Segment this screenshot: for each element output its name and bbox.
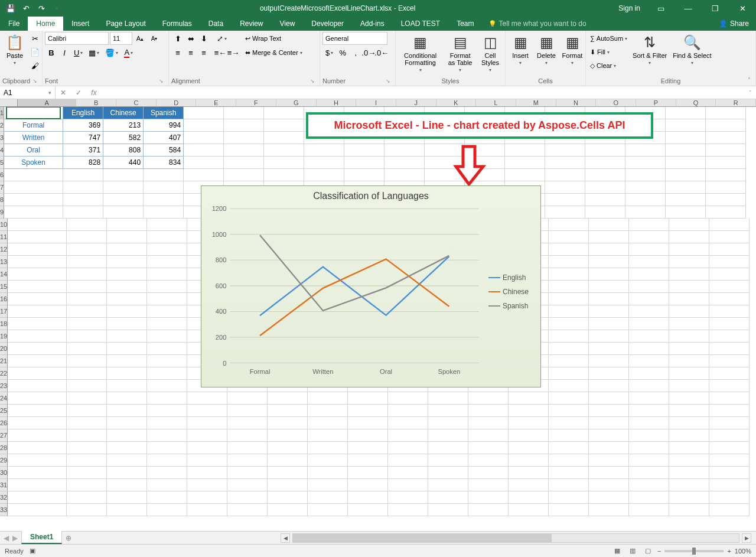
cell-N29[interactable]	[549, 454, 589, 467]
cell-L12[interactable]	[468, 243, 509, 256]
cell-R20[interactable]	[709, 343, 750, 355]
cell-R28[interactable]	[709, 442, 750, 454]
cell-N28[interactable]	[549, 442, 589, 454]
cell-G16[interactable]	[268, 293, 308, 305]
cell-D6[interactable]	[144, 169, 184, 181]
cell-J20[interactable]	[388, 343, 428, 355]
row-header-25[interactable]: 25	[0, 405, 8, 417]
cell-J31[interactable]	[388, 479, 428, 491]
cell-R17[interactable]	[709, 305, 750, 318]
cell-O5[interactable]	[585, 157, 625, 169]
cell-I2[interactable]	[344, 119, 384, 132]
cell-G15[interactable]	[268, 281, 308, 293]
cell-R4[interactable]	[706, 144, 746, 157]
cell-N15[interactable]	[549, 281, 589, 293]
tab-scroll-right[interactable]: ▶	[12, 534, 18, 542]
cell-N18[interactable]	[549, 318, 589, 330]
cell-D2[interactable]: 994	[144, 119, 184, 132]
cell-F4[interactable]	[224, 144, 264, 157]
cell-L19[interactable]	[468, 330, 509, 343]
cell-P23[interactable]	[629, 380, 669, 392]
cell-L24[interactable]	[468, 392, 509, 405]
cell-P32[interactable]	[629, 491, 669, 504]
cell-P14[interactable]	[629, 268, 669, 281]
cell-O4[interactable]	[585, 144, 625, 157]
cell-D25[interactable]	[147, 405, 187, 417]
cell-O6[interactable]	[585, 169, 625, 181]
cell-E7[interactable]	[184, 181, 224, 194]
cell-O9[interactable]	[585, 206, 625, 219]
cell-I28[interactable]	[348, 442, 388, 454]
cell-P16[interactable]	[629, 293, 669, 305]
cell-B3[interactable]: 747	[63, 132, 103, 144]
cell-P20[interactable]	[629, 343, 669, 355]
cell-N10[interactable]	[549, 219, 589, 231]
cell-D21[interactable]	[147, 355, 187, 367]
col-header-N[interactable]: N	[556, 99, 597, 107]
cell-O26[interactable]	[589, 417, 629, 429]
row-header-14[interactable]: 14	[0, 268, 8, 281]
cell-M19[interactable]	[509, 330, 549, 343]
cell-H28[interactable]	[308, 442, 348, 454]
cell-H4[interactable]	[304, 144, 344, 157]
cell-I1[interactable]	[344, 107, 384, 119]
row-header-22[interactable]: 22	[0, 367, 8, 380]
cell-A33[interactable]	[8, 504, 67, 516]
cell-R1[interactable]	[706, 107, 746, 119]
cell-I22[interactable]	[348, 367, 388, 380]
cell-B10[interactable]	[67, 219, 107, 231]
cell-C13[interactable]	[107, 256, 147, 268]
cell-F22[interactable]	[227, 367, 268, 380]
cell-I9[interactable]	[344, 206, 384, 219]
cell-E33[interactable]	[187, 504, 227, 516]
cell-R18[interactable]	[709, 318, 750, 330]
cell-G1[interactable]	[264, 107, 304, 119]
cell-R12[interactable]	[709, 243, 750, 256]
normal-view-button[interactable]: ▦	[611, 546, 623, 556]
cell-I16[interactable]	[348, 293, 388, 305]
cell-N20[interactable]	[549, 343, 589, 355]
cell-D14[interactable]	[147, 268, 187, 281]
cell-K10[interactable]	[428, 219, 468, 231]
col-header-C[interactable]: C	[116, 99, 157, 107]
cell-O24[interactable]	[589, 392, 629, 405]
cell-A11[interactable]	[8, 231, 67, 243]
cell-C7[interactable]	[103, 181, 144, 194]
cell-D17[interactable]	[147, 305, 187, 318]
row-header-9[interactable]: 9	[0, 206, 4, 219]
cell-L7[interactable]	[465, 181, 505, 194]
cell-E11[interactable]	[187, 231, 227, 243]
cell-K24[interactable]	[428, 392, 468, 405]
cell-A18[interactable]	[8, 318, 67, 330]
cell-N23[interactable]	[549, 380, 589, 392]
cell-Q32[interactable]	[669, 491, 709, 504]
cell-P18[interactable]	[629, 318, 669, 330]
cell-A9[interactable]	[4, 206, 63, 219]
row-header-33[interactable]: 33	[0, 504, 8, 516]
row-header-10[interactable]: 10	[0, 219, 8, 231]
cell-G4[interactable]	[264, 144, 304, 157]
cell-F2[interactable]	[224, 119, 264, 132]
row-header-24[interactable]: 24	[0, 392, 8, 405]
cell-Q25[interactable]	[669, 405, 709, 417]
cell-E14[interactable]	[187, 268, 227, 281]
cell-P25[interactable]	[629, 405, 669, 417]
cell-A1[interactable]	[4, 107, 63, 119]
ribbon-tab-team[interactable]: Team	[448, 17, 482, 31]
cell-M22[interactable]	[509, 367, 549, 380]
cell-D1[interactable]: Spanish	[144, 107, 184, 119]
cell-Q13[interactable]	[669, 256, 709, 268]
page-layout-view-button[interactable]: ▥	[627, 546, 638, 556]
cell-G33[interactable]	[268, 504, 308, 516]
cell-K25[interactable]	[428, 405, 468, 417]
cell-L10[interactable]	[468, 219, 509, 231]
cell-Q30[interactable]	[669, 467, 709, 479]
cell-E13[interactable]	[187, 256, 227, 268]
cell-D3[interactable]: 407	[144, 132, 184, 144]
cell-F1[interactable]	[224, 107, 264, 119]
cell-L11[interactable]	[468, 231, 509, 243]
cell-E18[interactable]	[187, 318, 227, 330]
cell-R24[interactable]	[709, 392, 750, 405]
cell-E25[interactable]	[187, 405, 227, 417]
cell-N21[interactable]	[549, 355, 589, 367]
